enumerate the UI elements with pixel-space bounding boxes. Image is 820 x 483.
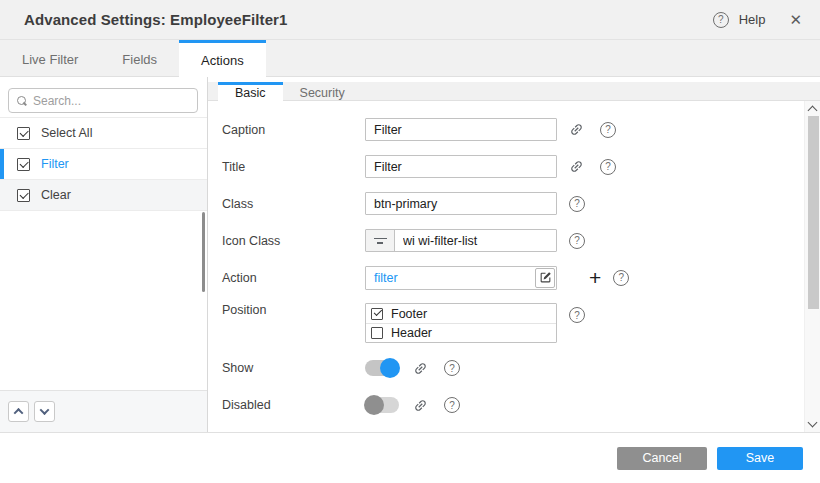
help-icon[interactable]: ? <box>569 196 585 212</box>
tab-security[interactable]: Security <box>283 82 362 100</box>
move-down-button[interactable] <box>34 401 55 422</box>
help-link[interactable]: Help <box>739 12 766 27</box>
action-list: Select All Filter Clear <box>0 117 207 211</box>
sidebar-item-clear[interactable]: Clear <box>0 180 207 211</box>
scroll-down-icon[interactable] <box>808 418 818 428</box>
header-actions: ? Help ✕ <box>713 12 802 28</box>
dialog-body: Select All Filter Clear <box>0 77 820 432</box>
cancel-button[interactable]: Cancel <box>617 447 707 470</box>
clear-checkbox[interactable] <box>17 189 30 202</box>
help-icon[interactable]: ? <box>444 360 460 376</box>
tab-live-filter[interactable]: Live Filter <box>0 40 100 76</box>
title-input[interactable] <box>365 155 557 178</box>
show-toggle[interactable] <box>365 360 399 376</box>
advanced-settings-dialog: Advanced Settings: EmployeeFilter1 ? Hel… <box>0 0 820 483</box>
sidebar-scrollbar-thumb[interactable] <box>202 212 205 292</box>
form-row-icon-class: Icon Class ? <box>222 229 820 252</box>
tab-fields[interactable]: Fields <box>100 40 179 76</box>
icon-class-input[interactable] <box>395 230 556 251</box>
help-icon[interactable]: ? <box>713 12 729 28</box>
position-option-header[interactable]: Header <box>366 323 556 342</box>
form-row-disabled: Disabled ? <box>222 395 820 415</box>
bind-link-icon[interactable] <box>569 159 584 174</box>
tab-basic[interactable]: Basic <box>218 82 283 101</box>
dialog-header: Advanced Settings: EmployeeFilter1 ? Hel… <box>0 0 820 40</box>
tab-actions[interactable]: Actions <box>179 40 266 77</box>
chevron-up-icon <box>14 408 24 418</box>
form-row-action: Action filter + ? <box>222 266 820 289</box>
chevron-down-icon <box>40 405 50 415</box>
show-label: Show <box>222 361 365 375</box>
class-input[interactable] <box>365 192 557 215</box>
position-options: Footer Header <box>365 303 557 343</box>
toggle-knob <box>364 395 384 415</box>
add-action-button[interactable]: + <box>589 267 601 288</box>
sidebar-item-label: Clear <box>41 188 71 202</box>
scroll-up-icon[interactable] <box>808 106 818 116</box>
bind-link-icon[interactable] <box>569 122 584 137</box>
save-button[interactable]: Save <box>717 447 803 470</box>
icon-class-label: Icon Class <box>222 234 365 248</box>
icon-class-group <box>365 229 557 252</box>
caption-label: Caption <box>222 123 365 137</box>
position-option-label: Footer <box>391 307 427 321</box>
action-field[interactable]: filter <box>365 266 557 290</box>
disabled-toggle[interactable] <box>365 397 399 413</box>
sub-tabbar: Basic Security <box>208 82 820 101</box>
action-label: Action <box>222 271 365 285</box>
search-icon <box>17 96 26 105</box>
sidebar-item-filter[interactable]: Filter <box>0 149 207 180</box>
filter-checkbox[interactable] <box>17 158 30 171</box>
basic-settings-form: Caption ? Title <box>208 101 820 432</box>
caption-input[interactable] <box>365 118 557 141</box>
close-icon[interactable]: ✕ <box>789 12 802 27</box>
help-icon[interactable]: ? <box>613 270 629 286</box>
help-icon[interactable]: ? <box>600 159 616 175</box>
main-tabbar: Live Filter Fields Actions <box>0 40 820 77</box>
select-all-checkbox[interactable] <box>17 127 30 140</box>
filter-list-icon <box>374 237 387 245</box>
footer-checkbox[interactable] <box>371 308 383 320</box>
search-input[interactable] <box>33 94 189 108</box>
sidebar-item-select-all[interactable]: Select All <box>0 118 207 149</box>
form-row-caption: Caption ? <box>222 118 820 141</box>
header-checkbox[interactable] <box>371 327 383 339</box>
toggle-knob <box>380 358 400 378</box>
position-label: Position <box>222 303 365 317</box>
dialog-title: Advanced Settings: EmployeeFilter1 <box>24 11 287 28</box>
vertical-scrollbar[interactable] <box>804 101 820 432</box>
dialog-footer: Cancel Save <box>0 432 820 483</box>
form-row-class: Class ? <box>222 192 820 215</box>
actions-sidebar: Select All Filter Clear <box>0 77 208 432</box>
disabled-label: Disabled <box>222 398 365 412</box>
form-row-show: Show ? <box>222 358 820 378</box>
sidebar-footer <box>0 390 207 432</box>
form-row-title: Title ? <box>222 155 820 178</box>
title-label: Title <box>222 160 365 174</box>
help-icon[interactable]: ? <box>600 122 616 138</box>
search-box[interactable] <box>8 88 198 113</box>
help-icon[interactable]: ? <box>569 307 585 323</box>
position-option-label: Header <box>391 326 432 340</box>
bind-link-icon[interactable] <box>413 398 428 413</box>
icon-picker-button[interactable] <box>366 230 395 251</box>
move-up-button[interactable] <box>8 401 29 422</box>
help-icon[interactable]: ? <box>444 397 460 413</box>
action-value[interactable]: filter <box>366 271 535 285</box>
edit-action-button[interactable] <box>535 268 555 288</box>
help-icon[interactable]: ? <box>569 233 585 249</box>
sidebar-item-label: Filter <box>41 157 69 171</box>
form-row-position: Position Footer Header ? <box>222 303 820 343</box>
bind-link-icon[interactable] <box>413 361 428 376</box>
class-label: Class <box>222 197 365 211</box>
sidebar-item-label: Select All <box>41 126 92 140</box>
position-option-footer[interactable]: Footer <box>366 304 556 323</box>
settings-panel: Basic Security Caption ? <box>208 77 820 432</box>
scrollbar-thumb[interactable] <box>808 116 819 309</box>
